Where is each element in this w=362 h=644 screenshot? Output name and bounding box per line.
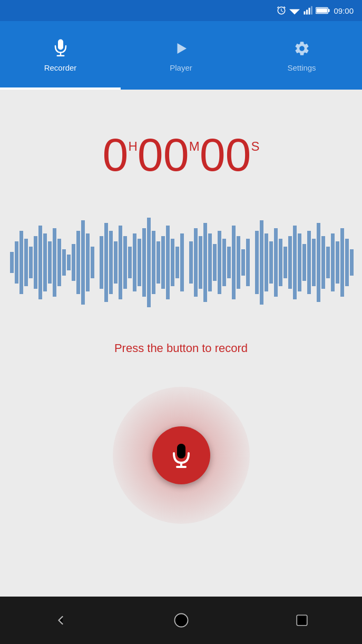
svg-rect-48: [180, 233, 184, 291]
svg-rect-29: [86, 233, 90, 291]
svg-rect-71: [298, 233, 301, 291]
signal-icon: [303, 6, 312, 15]
svg-rect-16: [24, 239, 28, 286]
tab-player-label: Player: [170, 63, 192, 72]
alarm-icon: [277, 6, 286, 15]
record-button[interactable]: [152, 426, 210, 484]
svg-rect-62: [255, 231, 259, 294]
svg-rect-33: [109, 231, 113, 294]
svg-rect-14: [15, 241, 18, 284]
svg-rect-30: [91, 247, 94, 278]
home-button[interactable]: [168, 607, 194, 633]
svg-rect-80: [340, 228, 344, 297]
timer-minutes-unit: M: [189, 139, 200, 154]
tab-bar: Recorder Player Settings: [0, 21, 362, 90]
svg-rect-56: [222, 239, 226, 286]
svg-rect-15: [19, 231, 23, 294]
svg-rect-55: [218, 231, 221, 294]
svg-rect-49: [189, 241, 193, 284]
svg-rect-58: [232, 226, 236, 299]
status-bar: 09:00: [0, 0, 362, 21]
svg-rect-5: [311, 6, 312, 15]
svg-rect-65: [269, 241, 273, 284]
svg-rect-52: [203, 223, 207, 302]
svg-rect-44: [161, 236, 165, 289]
svg-rect-39: [138, 239, 141, 286]
timer-hours-unit: H: [128, 139, 137, 154]
svg-rect-37: [128, 247, 132, 278]
svg-rect-13: [10, 252, 14, 273]
svg-rect-21: [48, 241, 52, 284]
svg-rect-50: [194, 228, 198, 297]
svg-rect-87: [297, 615, 307, 626]
svg-rect-8: [328, 9, 330, 12]
svg-rect-67: [279, 239, 282, 286]
svg-rect-83: [177, 444, 185, 458]
microphone-tab-icon: [51, 39, 70, 58]
svg-rect-78: [331, 233, 335, 291]
svg-rect-2: [304, 12, 306, 15]
svg-rect-36: [123, 236, 127, 289]
svg-rect-35: [119, 226, 122, 299]
timer-display: 0 H 00 M 00 S: [102, 132, 259, 178]
svg-rect-66: [274, 228, 278, 297]
timer-minutes: 00: [138, 132, 189, 178]
svg-rect-41: [147, 218, 151, 307]
svg-rect-70: [293, 226, 297, 299]
svg-rect-68: [283, 247, 287, 278]
svg-rect-75: [317, 223, 320, 302]
svg-point-86: [174, 614, 188, 627]
record-button-wrapper: [107, 382, 255, 529]
svg-rect-7: [317, 8, 328, 13]
svg-rect-73: [307, 231, 311, 294]
status-icons: 09:00: [277, 6, 354, 15]
microphone-icon: [169, 443, 194, 468]
svg-rect-60: [241, 249, 245, 276]
svg-rect-53: [208, 233, 212, 291]
svg-rect-46: [171, 239, 174, 286]
svg-rect-79: [336, 241, 339, 284]
svg-rect-22: [53, 228, 56, 297]
svg-rect-27: [76, 231, 80, 294]
recents-button[interactable]: [289, 607, 315, 633]
svg-rect-63: [260, 220, 263, 305]
svg-rect-76: [321, 236, 325, 289]
svg-rect-28: [81, 220, 85, 305]
svg-rect-9: [58, 39, 63, 50]
svg-rect-82: [350, 249, 354, 276]
svg-rect-34: [114, 241, 118, 284]
battery-icon: [316, 6, 330, 15]
svg-rect-32: [104, 223, 108, 302]
svg-rect-23: [57, 239, 61, 286]
status-time: 09:00: [334, 6, 354, 15]
svg-rect-57: [227, 247, 231, 278]
gear-tab-icon: [292, 39, 311, 58]
svg-marker-12: [177, 43, 187, 54]
svg-rect-77: [326, 247, 330, 278]
tab-recorder[interactable]: Recorder: [0, 21, 121, 90]
svg-rect-17: [29, 247, 33, 278]
svg-rect-54: [213, 244, 217, 281]
svg-rect-59: [237, 236, 240, 289]
timer-seconds: 00: [200, 132, 251, 178]
prompt-text: Press the button to record: [114, 341, 248, 355]
tab-player[interactable]: Player: [121, 21, 241, 90]
main-content: 0 H 00 M 00 S: [0, 90, 362, 597]
svg-rect-61: [246, 239, 250, 286]
svg-rect-81: [345, 239, 349, 286]
svg-rect-19: [38, 226, 42, 299]
svg-rect-25: [67, 255, 71, 270]
svg-rect-38: [133, 233, 136, 291]
back-button[interactable]: [47, 607, 74, 633]
timer-seconds-unit: S: [251, 139, 260, 154]
svg-rect-45: [166, 226, 170, 299]
nav-bar: [0, 597, 362, 644]
wifi-icon: [289, 6, 300, 15]
svg-rect-20: [43, 233, 47, 291]
svg-rect-51: [199, 236, 202, 289]
svg-rect-74: [312, 239, 316, 286]
tab-settings[interactable]: Settings: [241, 21, 362, 90]
svg-rect-43: [156, 241, 160, 284]
svg-rect-72: [302, 244, 306, 281]
waveform-display: [7, 210, 355, 315]
